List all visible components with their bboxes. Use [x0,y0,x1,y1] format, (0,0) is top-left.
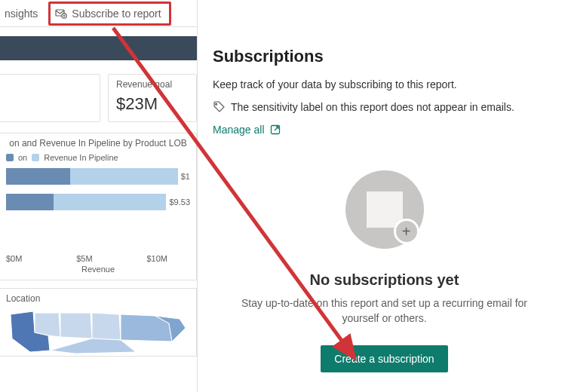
insights-label: nsights [5,8,38,20]
legend-label-pipeline: Revenue In Pipeline [44,153,118,162]
legend-swatch-won [6,154,14,161]
manage-all-label: Manage all [213,124,265,136]
subscriptions-panel: Subscriptions Keep track of your data by… [198,0,568,392]
x-tick-2: $10M [146,254,167,263]
kpi-card-blank [0,74,100,122]
subscribe-label: Subscribe to report [72,8,161,20]
plus-icon: + [394,219,419,244]
map-panel[interactable]: Location [0,288,197,357]
kpi-card-revenue-goal[interactable]: Revenue goal $23M [108,74,197,122]
bar-row-1-label: $9.53 [169,198,190,207]
report-area: nsights Subscribe to report Revenue goal… [0,0,198,392]
panel-subheading: Keep track of your data by subscribing t… [213,78,556,90]
empty-state-title: No subscriptions yet [235,271,533,289]
kpi-card-title: Revenue goal [116,79,189,90]
subscribe-to-report-button[interactable]: Subscribe to report [48,2,170,26]
sensitivity-text: The sensitivity label on this report doe… [231,101,514,113]
kpi-card-value: $23M [116,94,189,114]
kpi-cards-row: Revenue goal $23M [0,74,197,122]
empty-state-graphic: + [345,170,424,249]
insights-tab[interactable]: nsights [5,8,38,20]
bar-chart-legend: on Revenue In Pipeline [6,153,190,162]
external-link-icon [269,124,281,136]
manage-all-link[interactable]: Manage all [213,124,281,136]
map-usa [6,308,190,354]
empty-state: + No subscriptions yet Stay up-to-date o… [213,170,556,372]
subscribe-icon [55,8,67,20]
bar-chart-bars: $1 $9.53 [6,168,190,251]
panel-heading: Subscriptions [213,47,556,66]
sensitivity-row: The sensitivity label on this report doe… [213,101,556,113]
legend-swatch-pipeline [32,154,39,161]
report-toolbar: nsights Subscribe to report [0,0,197,27]
tag-icon [213,101,225,113]
bar-chart-x-ticks: $0M $5M $10M [6,254,190,263]
bar-row-1: $9.53 [6,194,190,210]
empty-state-desc: Stay up-to-date on this report and set u… [235,296,533,326]
x-tick-0: $0M [6,254,22,263]
x-tick-1: $5M [76,254,92,263]
legend-label-won: on [18,153,27,162]
bar-row-0-label: $1 [181,172,190,181]
bar-chart-panel[interactable]: on and Revenue In Pipeline by Product LO… [0,133,197,280]
bar-row-0: $1 [6,168,190,185]
create-subscription-button[interactable]: Create a subscription [321,345,447,372]
bar-chart-title: on and Revenue In Pipeline by Product LO… [6,138,190,149]
bar-chart-x-label: Revenue [6,265,190,274]
svg-point-2 [216,103,217,105]
map-title: Location [6,293,190,304]
report-header-band [0,36,197,60]
